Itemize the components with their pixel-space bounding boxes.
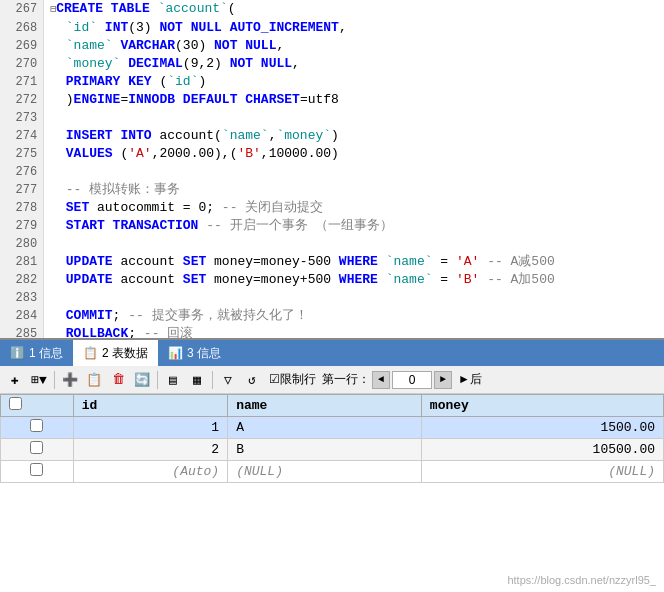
backtick-token: `id`	[167, 74, 198, 89]
keyword-token: DEFAULT CHARSET	[183, 92, 300, 107]
table-row[interactable]: (Auto)(NULL)(NULL)	[1, 461, 664, 483]
line-content	[44, 109, 664, 127]
code-line: 274 INSERT INTO account(`name`,`money`)	[0, 127, 664, 145]
backtick-token: `account`	[158, 1, 228, 16]
text-token: (9,2)	[183, 56, 230, 71]
tab-tab-tabledata[interactable]: 📋2 表数据	[73, 340, 158, 366]
comment-token: -- 开启一个事务 （一组事务）	[206, 218, 393, 233]
line-content: )ENGINE=INNODB DEFAULT CHARSET=utf8	[44, 91, 664, 109]
line-content: `name` VARCHAR(30) NOT NULL,	[44, 37, 664, 55]
comment-token: -- A减500	[487, 254, 555, 269]
line-number: 281	[0, 253, 44, 271]
text-token	[378, 254, 386, 269]
sort-btn[interactable]: ▦	[186, 369, 208, 391]
tab-tab-info1[interactable]: ℹ️1 信息	[0, 340, 73, 366]
text-token: ,	[339, 20, 347, 35]
text-token: (	[152, 74, 168, 89]
text-token: money=money-500	[206, 254, 339, 269]
keyword-token: NOT NULL	[214, 38, 276, 53]
line-number: 269	[0, 37, 44, 55]
line-content: SET autocommit = 0; -- 关闭自动提交	[44, 199, 664, 217]
tab-tab-info3[interactable]: 📊3 信息	[158, 340, 231, 366]
text-token: =	[433, 272, 456, 287]
cell-id: (Auto)	[73, 461, 228, 483]
keyword-token: WHERE	[339, 272, 378, 287]
col-settings-btn[interactable]: ▤	[162, 369, 184, 391]
grid-view-btn[interactable]: ⊞▼	[28, 369, 50, 391]
keyword-token: NOT NULL AUTO_INCREMENT	[159, 20, 338, 35]
table-row[interactable]: 1A1500.00	[1, 417, 664, 439]
line-content	[44, 235, 664, 253]
text-token	[50, 182, 66, 197]
refresh-btn[interactable]: 🔄	[131, 369, 153, 391]
code-line: 283	[0, 289, 664, 307]
backtick-token: `name`	[386, 254, 433, 269]
prev-page-btn[interactable]: ◄	[372, 371, 390, 389]
tab-label: 2 表数据	[102, 345, 148, 362]
keyword-token: NOT NULL	[230, 56, 292, 71]
text-token: ;	[113, 308, 129, 323]
cell-name: (NULL)	[228, 461, 422, 483]
new-record-btn[interactable]: ✚	[4, 369, 26, 391]
line-number: 275	[0, 145, 44, 163]
line-content: UPDATE account SET money=money-500 WHERE…	[44, 253, 664, 271]
keyword-token: CREATE TABLE	[56, 1, 157, 16]
line-content: ⊟CREATE TABLE `account`(	[44, 0, 664, 19]
cell-money: 1500.00	[421, 417, 663, 439]
text-token: =	[433, 254, 456, 269]
line-number: 274	[0, 127, 44, 145]
row-checkbox[interactable]	[1, 439, 74, 461]
line-content: ROLLBACK; -- 回滚	[44, 325, 664, 340]
keyword-token: WHERE	[339, 254, 378, 269]
text-token	[97, 20, 105, 35]
line-content: `money` DECIMAL(9,2) NOT NULL,	[44, 55, 664, 73]
line-number: 272	[0, 91, 44, 109]
row-checkbox[interactable]	[1, 461, 74, 483]
bottom-panel: ℹ️1 信息📋2 表数据📊3 信息 ✚ ⊞▼ ➕ 📋 🗑 🔄 ▤ ▦ ▽ ↺ ☑…	[0, 340, 664, 592]
cell-name: B	[228, 439, 422, 461]
text-token	[50, 38, 66, 53]
first-row-label: 第一行：	[322, 371, 370, 388]
next-page-btn[interactable]: ►	[434, 371, 452, 389]
tab-icon: 📊	[168, 346, 183, 360]
code-line: 281 UPDATE account SET money=money-500 W…	[0, 253, 664, 271]
tab-label: 3 信息	[187, 345, 221, 362]
keyword-token: START TRANSACTION	[66, 218, 199, 233]
text-token: account(	[152, 128, 222, 143]
comment-token: -- 回滚	[144, 326, 193, 340]
code-line: 277 -- 模拟转账：事务	[0, 181, 664, 199]
text-token: =utf8	[300, 92, 339, 107]
first-row-input[interactable]	[392, 371, 432, 389]
auto-refresh-btn[interactable]: ↺	[241, 369, 263, 391]
filter-btn[interactable]: ▽	[217, 369, 239, 391]
keyword-token: SET	[66, 200, 89, 215]
tab-label: 1 信息	[29, 345, 63, 362]
delete-row-btn[interactable]: 🗑	[107, 369, 129, 391]
keyword-token: DECIMAL	[128, 56, 183, 71]
comment-token: -- 关闭自动提交	[222, 200, 323, 215]
row-checkbox[interactable]	[1, 417, 74, 439]
watermark: https://blog.csdn.net/nzzyrl95_	[507, 574, 656, 586]
text-token	[50, 146, 66, 161]
line-number: 279	[0, 217, 44, 235]
text-token	[479, 254, 487, 269]
text-token	[50, 218, 66, 233]
text-token	[50, 20, 66, 35]
table-row[interactable]: 2B10500.00	[1, 439, 664, 461]
text-token: )	[198, 74, 206, 89]
line-number: 280	[0, 235, 44, 253]
header-checkbox[interactable]	[1, 395, 74, 417]
add-row-btn[interactable]: ➕	[59, 369, 81, 391]
code-line: 279 START TRANSACTION -- 开启一个事务 （一组事务）	[0, 217, 664, 235]
data-table-container[interactable]: id name money 1A1500.002B10500.00(Auto)(…	[0, 394, 664, 564]
keyword-token: INT	[105, 20, 128, 35]
line-content: COMMIT; -- 提交事务，就被持久化了！	[44, 307, 664, 325]
keyword-token: SET	[183, 272, 206, 287]
tab-icon: ℹ️	[10, 346, 25, 360]
copy-row-btn[interactable]: 📋	[83, 369, 105, 391]
code-line: 278 SET autocommit = 0; -- 关闭自动提交	[0, 199, 664, 217]
text-token	[50, 272, 66, 287]
code-line: 276	[0, 163, 664, 181]
line-number: 273	[0, 109, 44, 127]
code-line: 280	[0, 235, 664, 253]
